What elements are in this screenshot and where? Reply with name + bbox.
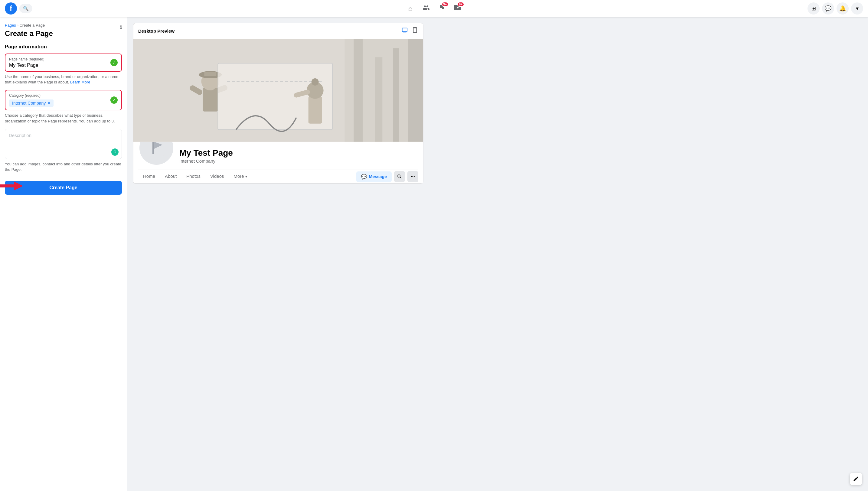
notifications-button[interactable]: 🔔 (837, 2, 849, 15)
mobile-preview-button[interactable] (412, 27, 418, 35)
nav-more-tab[interactable]: More ▾ (229, 170, 252, 183)
nav-right: ⊞ 💬 🔔 ▾ (803, 2, 863, 15)
description-placeholder: Description (9, 133, 118, 138)
page-name-area: My Test Page Internet Company (179, 148, 418, 166)
profile-area: My Test Page Internet Company (133, 142, 423, 170)
svg-marker-0 (0, 181, 23, 191)
category-tag-text: Internet Company (12, 101, 46, 106)
svg-rect-6 (204, 71, 217, 76)
preview-page-name: My Test Page (179, 148, 418, 158)
nav-home-button[interactable]: ⌂ (403, 1, 418, 16)
page-name-check-icon: ✓ (110, 59, 118, 66)
grid-icon: ⊞ (811, 5, 816, 12)
red-arrow-indicator (0, 181, 23, 191)
profile-info-row: My Test Page Internet Company (138, 142, 418, 170)
nav-friends-button[interactable] (419, 1, 433, 16)
home-icon: ⌂ (408, 4, 413, 13)
svg-rect-22 (152, 142, 154, 154)
category-tag: Internet Company ✕ (9, 99, 54, 107)
left-panel: ℹ Pages › Create a Page Create a Page Pa… (0, 17, 127, 491)
bell-icon: 🔔 (839, 5, 846, 12)
messenger-icon: 💬 (825, 5, 832, 12)
page-nav-actions: 💬 Message (356, 171, 418, 182)
category-field[interactable]: Category (required) Internet Company ✕ ✓ (5, 90, 122, 110)
more-actions-button[interactable] (408, 171, 418, 182)
page-name-label: Page name (required) (9, 57, 118, 61)
chevron-down-icon: ▾ (856, 5, 859, 12)
grammarly-icon: G (111, 148, 118, 156)
main-layout: ℹ Pages › Create a Page Create a Page Pa… (0, 17, 868, 491)
preview-header: Desktop Preview (133, 23, 423, 39)
description-helper-text: You can add images, contact info and oth… (5, 162, 122, 172)
search-icon: 🔍 (23, 6, 29, 11)
pages-badge: 9+ (442, 2, 449, 7)
svg-point-14 (311, 78, 319, 86)
svg-rect-19 (393, 48, 399, 142)
category-helper-text: Choose a category that describes what ty… (5, 113, 122, 124)
page-navigation: Home About Photos Videos More ▾ 💬 Messag… (133, 170, 423, 183)
page-name-field[interactable]: Page name (required) My Test Page ✓ (5, 54, 122, 71)
svg-rect-18 (375, 57, 382, 142)
breadcrumb-pages-link[interactable]: Pages (5, 23, 16, 28)
top-navigation: f 🔍 ⌂ 9+ 9+ ⊞ (0, 0, 868, 17)
nav-left: f 🔍 (5, 2, 65, 15)
category-remove-button[interactable]: ✕ (48, 101, 51, 105)
nav-videos-tab[interactable]: Videos (205, 170, 229, 183)
nav-photos-tab[interactable]: Photos (181, 170, 205, 183)
category-check-icon: ✓ (110, 96, 118, 104)
learn-more-link[interactable]: Learn More (70, 80, 90, 84)
grid-button[interactable]: ⊞ (808, 2, 820, 15)
message-button[interactable]: 💬 Message (356, 171, 392, 182)
breadcrumb: Pages › Create a Page (5, 23, 122, 28)
preview-view-toggle (401, 27, 418, 35)
create-button-container: Create Page (5, 177, 122, 195)
account-menu-button[interactable]: ▾ (851, 2, 863, 15)
search-action-button[interactable] (394, 171, 405, 182)
friends-icon (422, 4, 430, 13)
right-panel: Desktop Preview (127, 17, 868, 491)
svg-rect-17 (354, 39, 363, 142)
page-name-helper-text: Use the name of your business, brand or … (5, 74, 122, 85)
cover-photo (133, 39, 423, 142)
nav-about-tab[interactable]: About (160, 170, 181, 183)
desktop-preview-button[interactable] (401, 27, 408, 35)
page-name-value[interactable]: My Test Page (9, 63, 118, 68)
nav-center: ⌂ 9+ 9+ (65, 1, 803, 16)
preview-page-category: Internet Company (179, 158, 418, 164)
preview-title: Desktop Preview (138, 28, 174, 34)
messenger-icon: 💬 (361, 174, 367, 180)
nav-home-tab[interactable]: Home (138, 170, 160, 183)
category-label: Category (required) (9, 93, 118, 98)
nav-pages-button[interactable]: 9+ (435, 1, 449, 16)
svg-rect-20 (408, 39, 423, 142)
section-title: Page information (5, 44, 122, 50)
svg-rect-12 (308, 96, 322, 124)
preview-card: Desktop Preview (133, 23, 423, 184)
description-field[interactable]: Description G (5, 129, 122, 159)
video-badge: 9+ (457, 2, 464, 7)
nav-video-button[interactable]: 9+ (450, 1, 465, 16)
info-button[interactable]: ℹ (120, 24, 122, 30)
facebook-logo[interactable]: f (5, 2, 17, 15)
messenger-button[interactable]: 💬 (822, 2, 834, 15)
page-title: Create a Page (5, 29, 122, 38)
search-box[interactable]: 🔍 (19, 4, 32, 13)
edit-fab-button[interactable] (850, 473, 862, 485)
